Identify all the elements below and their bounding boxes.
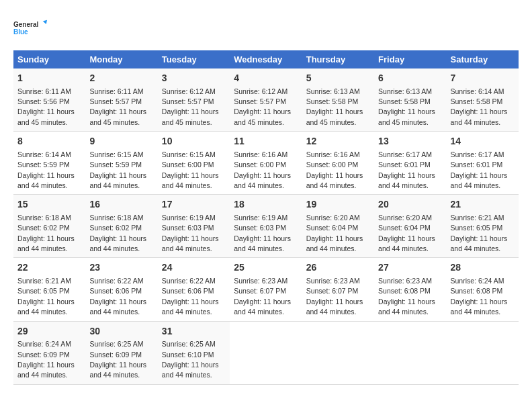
daylight-info: Daylight: 11 hours and 45 minutes. [162, 107, 219, 126]
day-number: 6 [378, 72, 442, 85]
header-wednesday: Wednesday [230, 50, 302, 68]
day-number: 29 [17, 325, 81, 338]
header-tuesday: Tuesday [158, 50, 230, 68]
day-number: 15 [17, 198, 81, 212]
calendar-day-cell: 24 Sunrise: 6:22 AM Sunset: 6:06 PM Dayl… [158, 258, 230, 321]
daylight-info: Daylight: 11 hours and 44 minutes. [306, 171, 363, 189]
calendar-day-cell: 3 Sunrise: 6:12 AM Sunset: 5:57 PM Dayli… [158, 68, 230, 132]
page-header: General Blue [13, 13, 519, 44]
sunset-info: Sunset: 6:05 PM [451, 224, 503, 232]
calendar-day-cell: 27 Sunrise: 6:23 AM Sunset: 6:08 PM Dayl… [374, 258, 446, 321]
svg-marker-2 [43, 20, 47, 24]
sunrise-info: Sunrise: 6:20 AM [378, 214, 432, 222]
day-number: 2 [89, 72, 153, 85]
sunset-info: Sunset: 5:58 PM [306, 97, 359, 105]
calendar-day-cell: 30 Sunrise: 6:25 AM Sunset: 6:09 PM Dayl… [85, 321, 157, 384]
sunset-info: Sunset: 6:05 PM [17, 287, 70, 295]
day-number: 17 [162, 198, 226, 212]
daylight-info: Daylight: 11 hours and 45 minutes. [89, 107, 146, 126]
sunset-info: Sunset: 6:08 PM [378, 287, 431, 295]
calendar-week-row: 8 Sunrise: 6:14 AM Sunset: 5:59 PM Dayli… [13, 132, 519, 195]
daylight-info: Daylight: 11 hours and 44 minutes. [306, 298, 363, 316]
calendar-day-cell: 17 Sunrise: 6:19 AM Sunset: 6:03 PM Dayl… [158, 195, 230, 258]
daylight-info: Daylight: 11 hours and 45 minutes. [306, 107, 363, 126]
calendar-day-cell: 12 Sunrise: 6:16 AM Sunset: 6:00 PM Dayl… [302, 132, 374, 195]
header-monday: Monday [85, 50, 157, 68]
daylight-info: Daylight: 11 hours and 44 minutes. [162, 171, 219, 189]
sunset-info: Sunset: 6:02 PM [17, 224, 70, 232]
calendar-day-cell: 31 Sunrise: 6:25 AM Sunset: 6:10 PM Dayl… [158, 321, 230, 384]
sunset-info: Sunset: 6:00 PM [234, 161, 286, 169]
sunrise-info: Sunrise: 6:13 AM [306, 87, 360, 95]
calendar-day-cell: 25 Sunrise: 6:23 AM Sunset: 6:07 PM Dayl… [230, 258, 302, 321]
day-number: 12 [306, 135, 370, 148]
daylight-info: Daylight: 11 hours and 44 minutes. [451, 298, 508, 316]
header-saturday: Saturday [447, 50, 519, 68]
day-number: 5 [306, 72, 370, 85]
calendar-empty-cell [302, 321, 374, 384]
daylight-info: Daylight: 11 hours and 44 minutes. [451, 107, 508, 126]
sunset-info: Sunset: 5:59 PM [17, 161, 70, 169]
day-number: 7 [451, 72, 515, 85]
daylight-info: Daylight: 11 hours and 44 minutes. [451, 234, 508, 253]
daylight-info: Daylight: 11 hours and 44 minutes. [306, 234, 363, 253]
daylight-info: Daylight: 11 hours and 44 minutes. [451, 171, 508, 189]
sunset-info: Sunset: 5:58 PM [451, 97, 503, 105]
daylight-info: Daylight: 11 hours and 44 minutes. [17, 298, 75, 316]
header-sunday: Sunday [13, 50, 85, 68]
calendar-day-cell: 20 Sunrise: 6:20 AM Sunset: 6:04 PM Dayl… [374, 195, 446, 258]
calendar-day-cell: 18 Sunrise: 6:19 AM Sunset: 6:03 PM Dayl… [230, 195, 302, 258]
sunrise-info: Sunrise: 6:14 AM [17, 150, 71, 158]
calendar-empty-cell [230, 321, 302, 384]
calendar-day-cell: 23 Sunrise: 6:22 AM Sunset: 6:06 PM Dayl… [85, 258, 157, 321]
calendar-day-cell: 21 Sunrise: 6:21 AM Sunset: 6:05 PM Dayl… [447, 195, 519, 258]
daylight-info: Daylight: 11 hours and 44 minutes. [234, 298, 291, 316]
sunset-info: Sunset: 6:07 PM [306, 287, 359, 295]
sunrise-info: Sunrise: 6:17 AM [451, 150, 504, 158]
daylight-info: Daylight: 11 hours and 44 minutes. [17, 234, 75, 253]
sunset-info: Sunset: 6:00 PM [162, 161, 214, 169]
day-number: 27 [378, 261, 442, 275]
daylight-info: Daylight: 11 hours and 44 minutes. [89, 234, 146, 253]
sunrise-info: Sunrise: 6:23 AM [234, 277, 287, 285]
sunrise-info: Sunrise: 6:18 AM [89, 214, 143, 222]
sunset-info: Sunset: 5:57 PM [234, 97, 286, 105]
day-number: 22 [17, 261, 81, 275]
calendar-day-cell: 11 Sunrise: 6:16 AM Sunset: 6:00 PM Dayl… [230, 132, 302, 195]
daylight-info: Daylight: 11 hours and 44 minutes. [162, 298, 219, 316]
sunset-info: Sunset: 6:07 PM [234, 287, 286, 295]
daylight-info: Daylight: 11 hours and 44 minutes. [378, 234, 435, 253]
daylight-info: Daylight: 11 hours and 45 minutes. [378, 107, 435, 126]
daylight-info: Daylight: 11 hours and 44 minutes. [162, 234, 219, 253]
calendar-empty-cell [447, 321, 519, 384]
sunrise-info: Sunrise: 6:13 AM [378, 87, 432, 95]
sunset-info: Sunset: 5:58 PM [378, 97, 431, 105]
sunrise-info: Sunrise: 6:18 AM [17, 214, 71, 222]
sunrise-info: Sunrise: 6:12 AM [162, 87, 216, 95]
calendar-day-cell: 7 Sunrise: 6:14 AM Sunset: 5:58 PM Dayli… [447, 68, 519, 132]
logo-svg: General Blue [13, 13, 47, 44]
calendar-day-cell: 16 Sunrise: 6:18 AM Sunset: 6:02 PM Dayl… [85, 195, 157, 258]
calendar-week-row: 15 Sunrise: 6:18 AM Sunset: 6:02 PM Dayl… [13, 195, 519, 258]
sunrise-info: Sunrise: 6:22 AM [162, 277, 216, 285]
header-thursday: Thursday [302, 50, 374, 68]
day-number: 18 [234, 198, 298, 212]
sunset-info: Sunset: 6:06 PM [162, 287, 214, 295]
day-number: 24 [162, 261, 226, 275]
day-number: 26 [306, 261, 370, 275]
sunrise-info: Sunrise: 6:12 AM [234, 87, 287, 95]
day-number: 20 [378, 198, 442, 212]
daylight-info: Daylight: 11 hours and 44 minutes. [162, 361, 219, 379]
sunset-info: Sunset: 6:10 PM [162, 351, 214, 359]
calendar-day-cell: 15 Sunrise: 6:18 AM Sunset: 6:02 PM Dayl… [13, 195, 85, 258]
sunrise-info: Sunrise: 6:23 AM [378, 277, 432, 285]
sunrise-info: Sunrise: 6:16 AM [234, 150, 287, 158]
sunset-info: Sunset: 5:57 PM [89, 97, 142, 105]
day-number: 31 [162, 325, 226, 338]
sunset-info: Sunset: 6:06 PM [89, 287, 142, 295]
daylight-info: Daylight: 11 hours and 45 minutes. [17, 107, 75, 126]
sunrise-info: Sunrise: 6:14 AM [451, 87, 504, 95]
daylight-info: Daylight: 11 hours and 45 minutes. [234, 107, 291, 126]
header-friday: Friday [374, 50, 446, 68]
daylight-info: Daylight: 11 hours and 44 minutes. [17, 361, 75, 379]
